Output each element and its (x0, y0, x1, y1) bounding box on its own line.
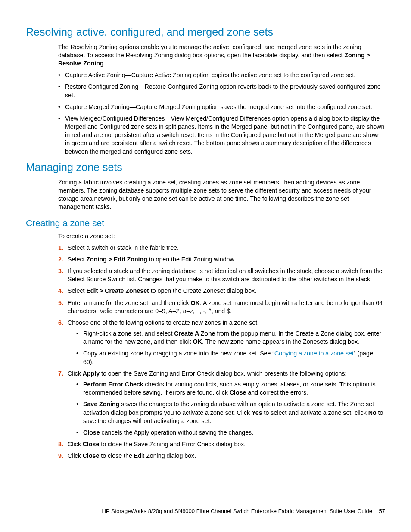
text: to close the Edit Zoning dialog box. (99, 452, 196, 459)
heading-resolving: Resolving active, configured, and merged… (26, 25, 385, 40)
step-item: Select Zoning > Edit Zoning to open the … (58, 255, 385, 264)
step-item: Select a switch or stack in the fabric t… (58, 244, 385, 252)
menu-path: Edit > Create Zoneset (86, 287, 149, 294)
heading-managing: Managing zone sets (26, 160, 385, 175)
list-item: Right-click a zone set, and select Creat… (76, 330, 385, 346)
text: Click (68, 452, 83, 459)
xref-link[interactable]: Copying a zone to a zone set (274, 350, 354, 357)
list-item: Perform Error Check checks for zoning co… (76, 380, 385, 397)
text: cancels the Apply operation without savi… (100, 429, 254, 436)
page-number: 57 (379, 508, 385, 514)
ui-label: Close (230, 389, 246, 396)
text: Right-click a zone set, and select (83, 330, 174, 337)
heading-creating: Creating a zone set (26, 217, 385, 229)
text: to close the Save Zoning and Error Check… (99, 441, 246, 448)
text: to open the Create Zoneset dialog box. (149, 287, 256, 294)
list-item: Close cancels the Apply operation withou… (76, 429, 385, 437)
list-item: View Merged/Configured Differences—View … (58, 115, 385, 156)
list-item: Restore Configured Zoning—Restore Config… (58, 83, 385, 99)
menu-path: Zoning > Edit Zoning (86, 256, 147, 263)
ui-label: OK (193, 338, 202, 345)
list-item: Capture Merged Zoning—Capture Merged Zon… (58, 103, 385, 111)
ui-label: Close (83, 441, 100, 448)
text: Enter a name for the zone set, and then … (68, 299, 191, 306)
ui-label: Perform Error Check (83, 381, 143, 388)
text: . The new zone name appears in the Zones… (202, 338, 359, 345)
ui-label: Yes (252, 409, 262, 416)
step-item: Select Edit > Create Zoneset to open the… (58, 287, 385, 295)
sub-list: Right-click a zone set, and select Creat… (76, 330, 385, 366)
step-item: Click Apply to open the Save Zoning and … (58, 370, 385, 437)
ui-label: Create A Zone (174, 330, 215, 337)
step-item: Click Close to close the Save Zoning and… (58, 440, 385, 448)
text: Select (68, 256, 86, 263)
list-item: Capture Active Zoning—Capture Active Zon… (58, 71, 385, 79)
managing-para: Zoning a fabric involves creating a zone… (58, 178, 385, 212)
footer-title: HP StorageWorks 8/20q and SN6000 Fibre C… (102, 508, 372, 514)
text: Choose one of the following options to c… (68, 319, 259, 326)
ui-label: Close (83, 429, 100, 436)
list-item: Save Zoning saves the changes to the zon… (76, 400, 385, 425)
text: . (104, 60, 106, 67)
step-item: Choose one of the following options to c… (58, 319, 385, 366)
text: to open the Edit Zoning window. (147, 256, 236, 263)
text: to select and activate a zone set; click (262, 409, 368, 416)
text: Copy an existing zone by dragging a zone… (83, 350, 274, 357)
step-item: Click Close to close the Edit Zoning dia… (58, 452, 385, 460)
text: to open the Save Zoning and Error Check … (100, 370, 346, 377)
resolving-intro: The Resolving Zoning options enable you … (58, 43, 385, 68)
ui-label: Apply (83, 370, 100, 377)
ui-label: OK (191, 299, 200, 306)
text: and correct the errors. (246, 389, 308, 396)
sub-list: Perform Error Check checks for zoning co… (76, 380, 385, 437)
resolving-options-list: Capture Active Zoning—Capture Active Zon… (58, 71, 385, 156)
ui-label: Close (83, 452, 100, 459)
page-footer: HP StorageWorks 8/20q and SN6000 Fibre C… (26, 507, 385, 515)
text: Click (68, 441, 83, 448)
text: The Resolving Zoning options enable you … (58, 44, 361, 59)
step-item: If you selected a stack and the zoning d… (58, 267, 385, 283)
step-item: Enter a name for the zone set, and then … (58, 299, 385, 315)
ui-label: Save Zoning (83, 401, 119, 408)
text: Click (68, 370, 83, 377)
text: Select (68, 287, 86, 294)
creating-intro: To create a zone set: (58, 232, 385, 240)
ui-label: No (368, 409, 377, 416)
list-item: Copy an existing zone by dragging a zone… (76, 349, 385, 366)
creating-steps: Select a switch or stack in the fabric t… (58, 244, 385, 460)
